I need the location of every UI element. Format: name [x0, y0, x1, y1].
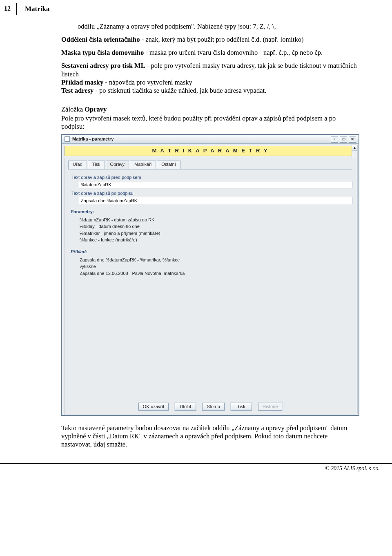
input-text-pred[interactable]	[79, 181, 352, 188]
page-header: 12 Matrika	[0, 0, 392, 15]
cancel-button[interactable]: Storno	[202, 403, 224, 411]
tab-ostatni[interactable]: Ostatní	[157, 161, 180, 169]
label-text-pred: Text oprav a zápisů před podpisem	[71, 175, 350, 180]
app-window: Matrika - parametry ▫ ▭ ✕ ▲ M A T R I K …	[61, 134, 359, 416]
label-text-po: Text oprav a zápisů po podpisu	[71, 191, 350, 196]
ok-button[interactable]: OK-uzavřít	[138, 403, 169, 411]
minimize-button[interactable]: ▫	[331, 136, 338, 143]
param-item: %funkce - funkce (matrikáře)	[80, 237, 350, 243]
scroll-up-icon[interactable]: ▲	[352, 145, 357, 151]
window-icon	[65, 136, 70, 142]
desc-maska: - maska pro určení tvaru čísla domovního…	[144, 49, 323, 56]
page-number: 12	[0, 3, 17, 15]
window-banner: M A T R I K A P A R A M E T R Y	[65, 146, 356, 156]
term-sestaveni: Sestavení adresy pro tisk ML	[61, 62, 145, 69]
paragraph-priklad: Příklad masky - nápověda pro vytvoření m…	[61, 78, 359, 87]
param-item: %datumZapRK - datum zápisu do RK	[80, 217, 350, 223]
tab-panel-opravy: Text oprav a zápisů před podpisem Text o…	[68, 170, 352, 280]
paragraph-oddeleni: Oddělení čísla orientačního - znak, kter…	[61, 36, 359, 44]
window-controls: ▫ ▭ ✕	[331, 136, 356, 143]
example-line: Zapsala dne 12.06.2008 - Pavla Novotná, …	[80, 271, 350, 276]
paragraph-maska: Maska typu čísla domovního - maska pro u…	[61, 49, 359, 57]
window-client-area: Úřad Tisk Opravy Matrikáři Ostatní Text …	[65, 158, 356, 415]
term-priklad: Příklad masky	[61, 78, 103, 86]
paragraph-test: Test adresy - po stisknutí tlačítka se u…	[61, 87, 359, 95]
term-test: Test adresy	[61, 87, 94, 94]
history-button[interactable]: Historie	[258, 403, 282, 411]
tab-matrikari[interactable]: Matrikáři	[130, 161, 156, 169]
tab-tisk[interactable]: Tisk	[88, 161, 105, 169]
maximize-button[interactable]: ▭	[340, 136, 347, 143]
desc-oddeleni: - znak, který má být použit pro oddělení…	[140, 36, 304, 43]
paragraph-sestaveni: Sestavení adresy pro tisk ML - pole pro …	[61, 62, 359, 78]
desc-test: - po stisknutí tlačítka se ukáže náhled,…	[94, 87, 266, 94]
desc-priklad: - nápověda pro vytvoření masky	[103, 78, 192, 86]
tab-opravy[interactable]: Opravy	[106, 161, 129, 169]
zalozka-prefix: Záložka	[61, 105, 85, 113]
paragraph-zalozka-desc: Pole pro vytvoření masek textů, které bu…	[61, 114, 359, 131]
button-bar: OK-uzavřít Uložit Storno Tisk Historie	[65, 403, 356, 411]
param-item: %matrikar - jméno a příjmení (matrikáře)	[80, 231, 350, 236]
term-maska: Maska typu čísla domovního	[61, 49, 144, 56]
example-line: vytiskne	[80, 264, 350, 269]
save-button[interactable]: Uložit	[175, 403, 196, 411]
example-line: Zapsala dne %datumZapRK - %matrikar, %fu…	[80, 257, 350, 263]
example-block: Zapsala dne %datumZapRK - %matrikar, %fu…	[71, 257, 350, 276]
window-title: Matrika - parametry	[72, 136, 114, 142]
params-list: %datumZapRK - datum zápisu do RK %today …	[71, 217, 350, 243]
paragraph-zalozka: Záložka Opravy	[61, 105, 359, 114]
paragraph-closing: Takto nastavené parametry budou dosazova…	[61, 424, 359, 449]
zalozka-name: Opravy	[85, 105, 107, 113]
document-body: oddílu „Záznamy a opravy před podpisem".…	[0, 15, 392, 458]
paragraph-intro: oddílu „Záznamy a opravy před podpisem".…	[61, 22, 359, 31]
term-oddeleni: Oddělení čísla orientačního	[61, 36, 140, 43]
input-text-po[interactable]	[79, 197, 352, 204]
header-title: Matrika	[25, 3, 49, 13]
tab-urad[interactable]: Úřad	[68, 161, 87, 169]
page-footer: © 2015 ALIS spol. s r.o.	[0, 463, 392, 476]
close-button[interactable]: ✕	[349, 136, 356, 143]
tab-strip: Úřad Tisk Opravy Matrikáři Ostatní	[68, 160, 352, 168]
param-item: %today - datum dnešního dne	[80, 224, 350, 229]
window-titlebar: Matrika - parametry ▫ ▭ ✕	[62, 135, 359, 144]
example-header: Příklad:	[71, 249, 350, 255]
print-button[interactable]: Tisk	[231, 403, 252, 411]
params-header: Parametry:	[71, 209, 350, 214]
